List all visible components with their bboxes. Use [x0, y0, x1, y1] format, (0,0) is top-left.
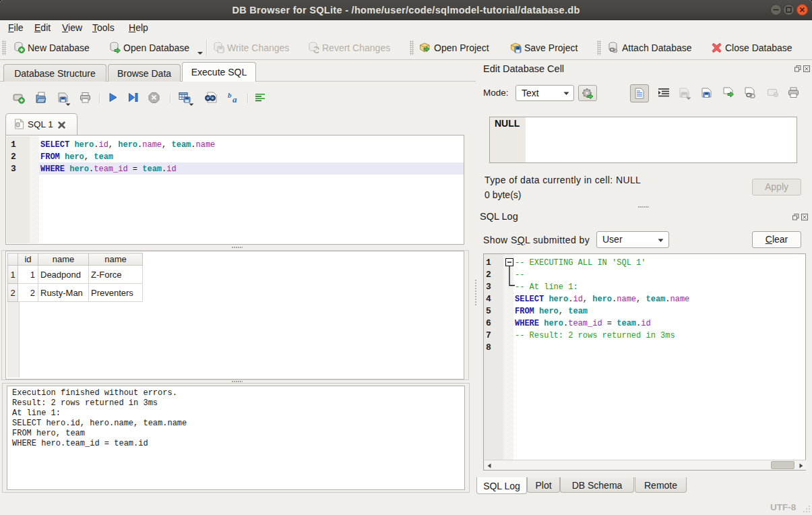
svg-text:b: b — [228, 92, 232, 99]
svg-text:a: a — [232, 94, 237, 104]
